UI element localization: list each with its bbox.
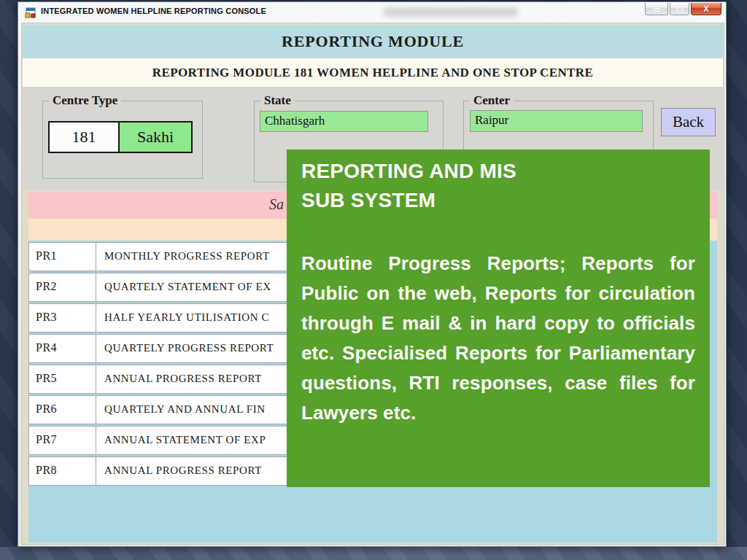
report-code-cell: PR1: [29, 243, 96, 271]
state-input[interactable]: Chhatisgarh: [260, 111, 428, 132]
slide-background: INTEGRATED WOMEN HELPLINE REPORTING CONS…: [0, 0, 747, 560]
overlay-title-line2: SUB SYSTEM: [301, 186, 695, 215]
back-button[interactable]: Back: [661, 108, 716, 136]
maximize-icon: [676, 6, 684, 12]
report-code-cell: PR8: [29, 457, 96, 485]
report-code-cell: PR4: [29, 335, 96, 362]
annotation-overlay: REPORTING AND MIS SUB SYSTEM Routine Pro…: [287, 149, 710, 487]
window-title: INTEGRATED WOMEN HELPLINE REPORTING CONS…: [41, 7, 266, 15]
center-label: Center: [470, 93, 514, 108]
report-code-cell: PR6: [29, 396, 96, 424]
redacted-smudge: [383, 7, 518, 17]
page-title: REPORTING MODULE: [23, 25, 723, 58]
close-icon: X: [703, 4, 708, 13]
background-band: [0, 547, 747, 560]
window-titlebar[interactable]: INTEGRATED WOMEN HELPLINE REPORTING CONS…: [18, 2, 726, 23]
page-subtitle: REPORTING MODULE 181 WOMEN HELPLINE AND …: [23, 58, 723, 88]
report-code-cell: PR5: [29, 365, 96, 393]
overlay-body-text: Routine Progress Reports; Reports for Pu…: [301, 249, 695, 428]
report-code-cell: PR3: [29, 304, 96, 332]
overlay-title-line1: REPORTING AND MIS: [301, 157, 695, 186]
minimize-icon: [652, 8, 661, 12]
state-label: State: [260, 93, 295, 108]
section-title-visible-text: Sa: [269, 196, 284, 213]
centre-type-group: Centre Type 181 Sakhi: [42, 101, 203, 179]
centre-type-181-button[interactable]: 181: [48, 121, 118, 153]
app-icon: [25, 7, 36, 18]
report-code-cell: PR7: [29, 427, 96, 454]
report-code-cell: PR2: [29, 273, 96, 301]
window-controls: X: [643, 3, 721, 15]
minimize-button[interactable]: [645, 3, 668, 15]
center-input[interactable]: Raipur: [470, 110, 643, 132]
close-button[interactable]: X: [691, 3, 721, 15]
centre-type-label: Centre Type: [49, 93, 121, 108]
centre-type-sakhi-button[interactable]: Sakhi: [118, 121, 193, 153]
maximize-button[interactable]: [670, 3, 689, 15]
